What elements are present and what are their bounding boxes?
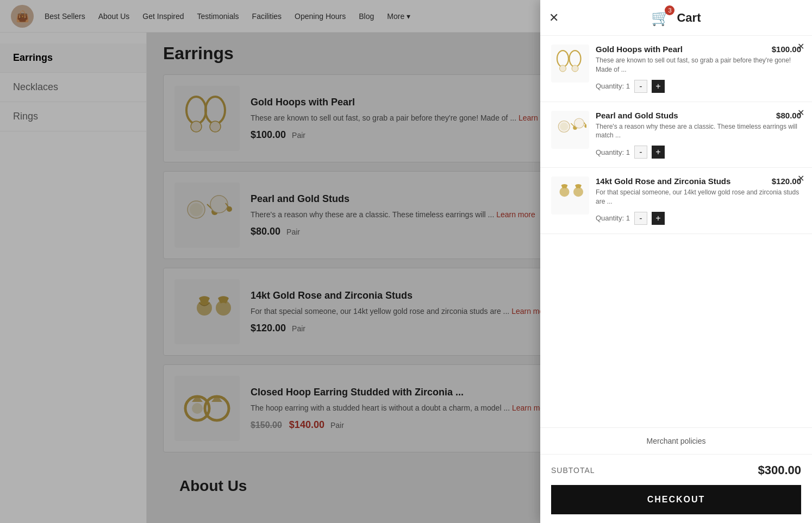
cart-item: ✕ 14kt Gold Rose and Zirconia Studs (540, 168, 812, 234)
cart-title: Cart (677, 11, 701, 25)
cart-item-price-1: $100.00 (772, 45, 801, 56)
cart-item-qty-2: Quantity: 1 - + (596, 146, 801, 159)
cart-item-qty-1: Quantity: 1 - + (596, 80, 801, 93)
remove-item-button-3[interactable]: ✕ (797, 173, 804, 184)
subtotal-row: SUBTOTAL $300.00 (551, 463, 801, 477)
cart-item: ✕ Pearl and Gold Studs $80.00 (540, 102, 812, 168)
cart-header: ✕ 🛒 3 Cart (540, 0, 812, 36)
cart-item-name-1: Gold Hoops with Pearl (596, 45, 683, 54)
qty-label-1: Quantity: 1 (596, 82, 630, 90)
cart-item-details-2: Pearl and Gold Studs $80.00 There's a re… (596, 111, 801, 159)
subtotal-amount: $300.00 (758, 463, 801, 477)
qty-label-3: Quantity: 1 (596, 214, 630, 222)
cart-footer: SUBTOTAL $300.00 CHECKOUT (540, 454, 812, 523)
svg-point-19 (572, 65, 578, 72)
cart-item-details-1: Gold Hoops with Pearl $100.00 These are … (596, 45, 801, 93)
svg-point-17 (560, 65, 566, 72)
svg-line-22 (571, 123, 574, 127)
cart-item-image-2 (551, 111, 589, 149)
cart-item-name-3: 14kt Gold Rose and Zirconia Studs (596, 177, 730, 186)
svg-point-18 (570, 51, 581, 67)
cart-panel: ✕ 🛒 3 Cart ✕ Gold Hoops with Pearl $1 (540, 0, 812, 523)
cart-item-price-3: $120.00 (772, 177, 801, 188)
qty-minus-2[interactable]: - (634, 146, 647, 159)
remove-item-button-2[interactable]: ✕ (797, 108, 804, 118)
cart-item-desc-2: There's a reason why these are a classic… (596, 122, 801, 141)
svg-point-24 (574, 118, 584, 128)
svg-point-28 (573, 187, 583, 197)
svg-point-26 (584, 124, 586, 128)
cart-header-badge: 3 (665, 5, 674, 15)
qty-plus-2[interactable]: + (652, 146, 665, 159)
subtotal-label: SUBTOTAL (551, 466, 595, 475)
checkout-button[interactable]: CHECKOUT (551, 485, 801, 514)
svg-point-16 (557, 51, 569, 67)
cart-item-image-1 (551, 45, 589, 83)
svg-point-21 (560, 122, 568, 130)
qty-label-2: Quantity: 1 (596, 148, 630, 156)
cart-item-name-2: Pearl and Gold Studs (596, 111, 678, 120)
qty-minus-3[interactable]: - (634, 212, 647, 225)
cart-header-icon: 🛒 3 (651, 9, 670, 27)
cart-item-qty-3: Quantity: 1 - + (596, 212, 801, 225)
cart-item-desc-3: For that special someone, our 14kt yello… (596, 188, 801, 206)
svg-point-27 (560, 187, 570, 197)
cart-close-button[interactable]: ✕ (549, 11, 559, 25)
cart-item-desc-1: These are known to sell out fast, so gra… (596, 56, 801, 74)
remove-item-button-1[interactable]: ✕ (797, 41, 804, 52)
cart-item: ✕ Gold Hoops with Pearl $100.00 These ar… (540, 36, 812, 102)
qty-minus-1[interactable]: - (634, 80, 647, 93)
qty-plus-3[interactable]: + (652, 212, 665, 225)
merchant-policies[interactable]: Merchant policies (540, 427, 812, 454)
qty-plus-1[interactable]: + (652, 80, 665, 93)
cart-items: ✕ Gold Hoops with Pearl $100.00 These ar… (540, 36, 812, 427)
cart-item-image-3 (551, 177, 589, 215)
cart-item-details-3: 14kt Gold Rose and Zirconia Studs $120.0… (596, 177, 801, 225)
